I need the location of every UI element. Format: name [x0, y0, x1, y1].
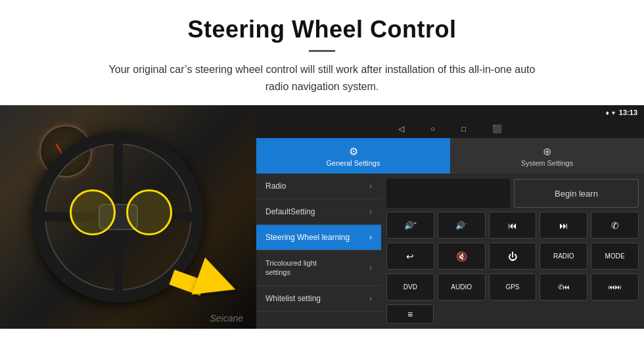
menu-chevron-default: ›: [369, 207, 372, 216]
menu-grid-button[interactable]: ≡: [386, 304, 434, 323]
status-bar: ♦ ▾ 13:13: [256, 105, 644, 120]
vol-down-button[interactable]: 🔊-: [438, 212, 486, 239]
top-row: Begin learn: [386, 179, 639, 208]
menu-chevron-radio: ›: [369, 181, 372, 191]
vol-up-icon: 🔊+: [404, 220, 417, 230]
main-content: Radio › DefaultSetting › Steering Wheel …: [256, 174, 644, 329]
page-container: Steering Wheel Control Your original car…: [0, 0, 644, 329]
power-button[interactable]: ⏻: [489, 243, 537, 270]
vol-down-icon: 🔊-: [455, 220, 467, 230]
radio-label: RADIO: [553, 252, 574, 260]
next-track-icon: ⏭: [559, 220, 568, 231]
back-icon: ↩: [406, 251, 414, 262]
phone-prev-button[interactable]: ✆⏮: [540, 274, 587, 300]
menu-item-tricoloured-label: Tricoloured lightsettings: [265, 258, 317, 277]
device-ui: ♦ ▾ 13:13 ◁ ○ □ ⬛ ⚙ General Settings ⊕: [256, 105, 644, 329]
left-menu: Radio › DefaultSetting › Steering Wheel …: [256, 174, 381, 329]
menu-item-steering-label: Steering Wheel learning: [265, 233, 350, 242]
prev-track-button[interactable]: ⏮: [489, 212, 537, 239]
phone-prev-icon: ✆⏮: [558, 283, 570, 291]
audio-label: AUDIO: [451, 283, 472, 291]
audio-button[interactable]: AUDIO: [438, 274, 486, 300]
menu-item-steering-wheel[interactable]: Steering Wheel learning ›: [256, 225, 381, 251]
dvd-button[interactable]: DVD: [386, 274, 434, 300]
top-tabs: ⚙ General Settings ⊕ System Settings: [256, 138, 644, 174]
tab-general-settings[interactable]: ⚙ General Settings: [256, 138, 450, 174]
gps-label: GPS: [505, 283, 519, 291]
tab-general-settings-label: General Settings: [327, 159, 380, 167]
menu-grid-icon: ≡: [407, 309, 413, 320]
general-settings-icon: ⚙: [349, 145, 358, 158]
watermark: Seicane: [210, 313, 243, 323]
menu-item-radio[interactable]: Radio ›: [256, 174, 381, 199]
nav-back-icon[interactable]: ◁: [398, 124, 404, 133]
radio-button[interactable]: RADIO: [540, 243, 587, 270]
gps-button[interactable]: GPS: [489, 274, 537, 300]
dvd-label: DVD: [403, 283, 417, 291]
menu-item-whitelist-label: Whitelist setting: [265, 294, 321, 303]
title-divider: [309, 50, 335, 52]
right-panel: Begin learn 🔊+ 🔊- ⏮: [381, 174, 644, 329]
mode-button[interactable]: MODE: [591, 243, 639, 270]
menu-chevron-tricoloured: ›: [369, 263, 372, 272]
prev-next-icon: ⏮⏭: [609, 283, 622, 291]
phone-icon: ✆: [611, 220, 619, 231]
menu-item-whitelist[interactable]: Whitelist setting ›: [256, 286, 381, 312]
page-title: Steering Wheel Control: [39, 16, 605, 43]
button-row-1: 🔊+ 🔊- ⏮ ⏭ ✆: [386, 212, 639, 239]
button-row-2: ↩ 🔇 ⏻ RADIO MODE: [386, 243, 639, 270]
begin-learn-label: Begin learn: [555, 189, 598, 199]
prev-track-icon: ⏮: [508, 220, 517, 231]
header-section: Steering Wheel Control Your original car…: [0, 0, 644, 105]
nav-home-icon[interactable]: ○: [430, 124, 435, 133]
power-icon: ⏻: [508, 251, 517, 262]
menu-item-default-setting[interactable]: DefaultSetting ›: [256, 199, 381, 225]
tab-system-settings[interactable]: ⊕ System Settings: [450, 138, 644, 174]
arrow-overlay: [171, 263, 237, 302]
menu-item-radio-label: Radio: [265, 181, 286, 191]
next-track-button[interactable]: ⏭: [540, 212, 587, 239]
menu-chevron-whitelist: ›: [369, 294, 372, 303]
nav-recent-icon[interactable]: □: [461, 124, 466, 133]
prev-next-button[interactable]: ⏮⏭: [591, 274, 639, 300]
location-icon: ♦: [606, 109, 609, 116]
menu-item-default-label: DefaultSetting: [265, 207, 315, 216]
status-icons: ♦ ▾: [606, 109, 615, 116]
back-button[interactable]: ↩: [386, 243, 434, 270]
subtitle-text: Your original car’s steering wheel contr…: [99, 61, 545, 95]
sw-btn-cluster-right: [126, 189, 172, 235]
mute-icon: 🔇: [456, 251, 467, 262]
button-row-4: ≡: [386, 304, 639, 323]
begin-learn-button[interactable]: Begin learn: [514, 179, 639, 208]
status-time: 13:13: [619, 108, 637, 116]
phone-button[interactable]: ✆: [591, 212, 639, 239]
vol-up-button[interactable]: 🔊+: [386, 212, 434, 239]
nav-bar: ◁ ○ □ ⬛: [256, 120, 644, 138]
nav-menu-icon[interactable]: ⬛: [492, 124, 502, 133]
empty-input-box: [386, 179, 510, 208]
system-settings-icon: ⊕: [543, 145, 551, 158]
mode-label: MODE: [605, 252, 625, 260]
button-row-3: DVD AUDIO GPS ✆⏮ ⏮⏭: [386, 274, 639, 300]
content-row: Seicane ♦ ▾ 13:13 ◁ ○ □ ⬛ ⚙: [0, 105, 644, 329]
menu-chevron-steering: ›: [369, 233, 372, 242]
menu-item-tricoloured[interactable]: Tricoloured lightsettings ›: [256, 251, 381, 286]
arrow-head: [192, 258, 242, 308]
wifi-icon: ▾: [612, 109, 615, 116]
car-image-section: Seicane: [0, 105, 256, 329]
tab-system-settings-label: System Settings: [521, 159, 573, 167]
sw-btn-cluster-left: [70, 189, 116, 235]
mute-button[interactable]: 🔇: [438, 243, 486, 270]
